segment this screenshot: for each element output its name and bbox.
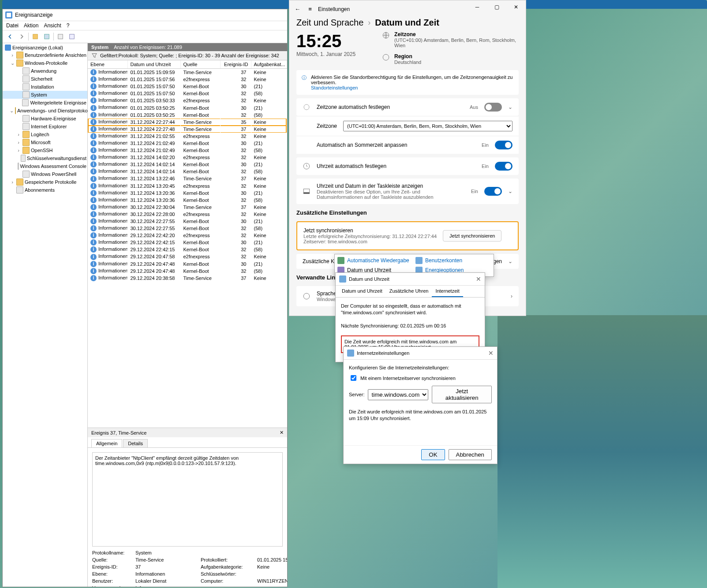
col-level[interactable]: Ebene [88,60,127,69]
menu-action[interactable]: Aktion [24,22,38,29]
control-panel-item[interactable]: Benutzerkonten [415,257,491,264]
table-row[interactable]: iInformationen31.12.2024 13:20:45e2fnexp… [88,182,287,190]
tool-button-2[interactable] [42,32,52,41]
tree-item[interactable]: Sicherheit [3,75,87,83]
location-settings-link[interactable]: Standorteinstellungen [311,85,358,90]
tree-nav[interactable]: Ereignisanzeige (Lokal) ›Benutzerdefinie… [3,43,88,587]
table-row[interactable]: iInformationen31.12.2024 14:02:14Kernel-… [88,168,287,175]
col-datetime[interactable]: Datum und Uhrzeit [127,60,180,69]
tool-button-3[interactable] [56,32,65,41]
tree-item[interactable]: Hardware-Ereignisse [3,115,87,123]
chevron-down-icon[interactable]: ⌄ [508,188,512,194]
tab-additional-clocks[interactable]: Zusätzliche Uhren [386,286,432,297]
table-row[interactable]: iInformationen29.12.2024 22:42:20e2fnexp… [88,232,287,239]
tree-item[interactable]: Internet Explorer [3,123,87,130]
tool-button-4[interactable] [67,32,77,41]
event-table[interactable]: Ebene Datum und Uhrzeit Quelle Ereignis-… [88,60,287,428]
table-row[interactable]: iInformationen01.01.2025 03:50:25Kernel-… [88,112,287,119]
table-row[interactable]: iInformationen30.12.2024 22:28:00e2fnexp… [88,211,287,218]
table-row[interactable]: iInformationen29.12.2024 22:42:15Kernel-… [88,246,287,253]
server-select[interactable]: time.windows.com [368,389,428,400]
tree-item[interactable]: Windows PowerShell [3,170,87,178]
close-button[interactable]: ✕ [506,0,526,14]
back-button[interactable] [5,32,15,41]
col-cat[interactable]: Aufgabenkat... [251,60,287,69]
auto-tz-toggle[interactable] [484,103,502,112]
table-row[interactable]: iInformationen29.12.2024 20:38:58Time-Se… [88,275,287,282]
menu-help[interactable]: ? [67,22,70,29]
table-row[interactable]: iInformationen01.01.2025 15:09:59Time-Se… [88,69,287,76]
table-row[interactable]: iInformationen31.12.2024 14:02:14Kernel-… [88,161,287,168]
update-now-button[interactable]: Jetzt aktualisieren [432,386,492,403]
dialog-titlebar[interactable]: Internetzeiteinstellungen ✕ [344,347,497,360]
table-row[interactable]: iInformationen30.12.2024 22:30:04Time-Se… [88,204,287,211]
taskbar-card[interactable]: Uhrzeit und Datum in der Taskleiste anze… [296,179,519,204]
table-row[interactable]: iInformationen29.12.2024 22:42:15Kernel-… [88,239,287,246]
close-icon[interactable]: ✕ [488,350,494,357]
close-icon[interactable]: ✕ [280,430,284,435]
tab-internet-time[interactable]: Internetzeit [432,286,463,297]
table-row[interactable]: iInformationen01.01.2025 03:50:25Kernel-… [88,104,287,111]
tree-item[interactable]: Abonnements [3,186,87,194]
col-source[interactable]: Quelle [180,60,220,69]
control-panel-item[interactable]: Automatische Wiedergabe [337,257,413,264]
tree-item[interactable]: Installation [3,83,87,91]
timezone-select[interactable]: (UTC+01:00) Amsterdam, Berlin, Bern, Rom… [343,121,512,131]
col-id[interactable]: Ereignis-ID [220,60,251,69]
tree-item[interactable]: ›Benutzerdefinierte Ansichten [3,51,87,59]
window-titlebar[interactable]: Ereignisanzeige [3,9,287,21]
dst-toggle[interactable] [495,141,512,149]
table-row[interactable]: iInformationen29.12.2024 20:47:58e2fnexp… [88,253,287,260]
table-row[interactable]: iInformationen31.12.2024 13:20:36Kernel-… [88,197,287,204]
maximize-button[interactable]: ▢ [487,0,506,14]
tree-item[interactable]: System [3,91,87,99]
tree-item[interactable]: ⌄Windows-Protokolle [3,59,87,67]
tree-item[interactable]: Weitergeleitete Ereignisse [3,99,87,107]
table-row[interactable]: iInformationen31.12.2024 13:22:46Time-Se… [88,175,287,182]
table-row[interactable]: iInformationen31.12.2024 21:02:49Kernel-… [88,140,287,147]
table-row[interactable]: iInformationen31.12.2024 22:27:48Time-Se… [88,126,287,133]
auto-time-toggle[interactable] [495,162,512,171]
tab-datetime[interactable]: Datum und Uhrzeit [338,286,386,297]
sync-checkbox[interactable] [351,375,356,381]
table-row[interactable]: iInformationen29.12.2024 20:47:48Kernel-… [88,261,287,268]
menu-file[interactable]: Datei [6,22,19,29]
tool-button-1[interactable] [30,32,40,41]
back-button[interactable]: ← [293,4,302,14]
tree-item[interactable]: Schlüsselverwaltungsdienst [3,154,87,162]
chevron-right-icon[interactable]: › [511,293,512,299]
minimize-button[interactable]: ─ [468,0,487,14]
table-row[interactable]: iInformationen30.12.2024 22:27:55Kernel-… [88,218,287,225]
sync-now-button[interactable]: Jetzt synchronisieren [443,230,501,242]
table-row[interactable]: iInformationen01.01.2025 03:50:33e2fnexp… [88,97,287,104]
ok-button[interactable]: OK [421,449,445,460]
taskbar-toggle[interactable] [484,187,502,196]
tree-item[interactable]: ›Microsoft [3,138,87,146]
table-row[interactable]: iInformationen31.12.2024 21:02:55e2fnexp… [88,133,287,140]
tree-item[interactable]: Windows Assessment Console [3,162,87,170]
dialog-titlebar[interactable]: Datum und Uhrzeit ✕ [336,273,485,286]
menu-button[interactable]: ≡ [307,4,314,14]
auto-tz-card[interactable]: Zeitzone automatisch festlegen Aus ⌄ [296,98,519,116]
table-row[interactable]: iInformationen29.12.2024 20:47:48Kernel-… [88,268,287,275]
table-row[interactable]: iInformationen31.12.2024 13:20:36Kernel-… [88,190,287,197]
cancel-button[interactable]: Abbrechen [449,449,492,460]
tree-item[interactable]: ›Logitech [3,130,87,138]
chevron-down-icon[interactable]: ⌄ [508,258,512,264]
table-row[interactable]: iInformationen01.01.2025 15:07:56e2fnexp… [88,76,287,83]
tree-item[interactable]: ⌄Anwendungs- und Dienstprotokolle [3,107,87,115]
tree-item[interactable]: Anwendung [3,67,87,75]
table-row[interactable]: iInformationen31.12.2024 21:02:49Kernel-… [88,147,287,154]
chevron-down-icon[interactable]: ⌄ [508,104,512,110]
menu-view[interactable]: Ansicht [44,22,61,29]
tab-details[interactable]: Details [123,439,148,447]
tree-item[interactable]: ›OpenSSH [3,146,87,154]
forward-button[interactable] [17,32,26,41]
breadcrumb-1[interactable]: Zeit und Sprache [296,18,363,28]
table-row[interactable]: iInformationen31.12.2024 14:02:20e2fnexp… [88,154,287,161]
tree-root[interactable]: Ereignisanzeige (Lokal) [3,44,87,51]
table-row[interactable]: iInformationen01.01.2025 15:07:50Kernel-… [88,83,287,90]
tree-item[interactable]: ›Gespeicherte Protokolle [3,178,87,186]
table-row[interactable]: iInformationen31.12.2024 22:27:44Time-Se… [88,119,287,126]
tab-general[interactable]: Allgemein [91,439,122,447]
